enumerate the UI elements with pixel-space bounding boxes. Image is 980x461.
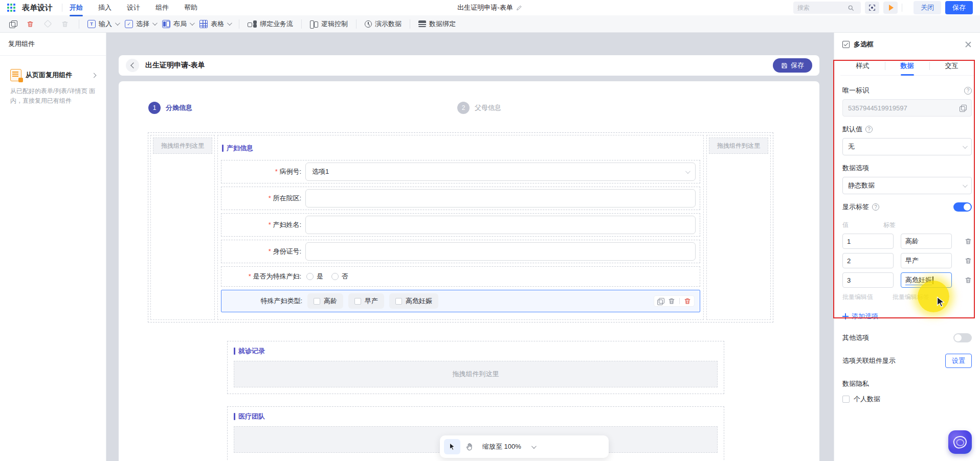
- delete-button[interactable]: [25, 18, 36, 30]
- chevron-down-icon[interactable]: [531, 444, 537, 449]
- hand-tool-icon[interactable]: [465, 443, 474, 451]
- search-box[interactable]: [793, 2, 861, 14]
- personal-data-row: 个人数据: [842, 395, 972, 404]
- personal-data-checkbox[interactable]: [842, 396, 850, 403]
- delete-option-button[interactable]: [965, 238, 972, 245]
- option-value-input[interactable]: 2: [842, 253, 894, 268]
- right-drop-column[interactable]: 拖拽组件到这里: [706, 135, 771, 320]
- data-option-select[interactable]: 静态数据: [842, 177, 972, 194]
- default-value-row: 默认值 ?: [842, 125, 972, 134]
- chip-premature[interactable]: 早产: [348, 293, 384, 309]
- scan-button[interactable]: [865, 2, 879, 14]
- tool-select[interactable]: ✓选择: [125, 19, 156, 29]
- option-value-input[interactable]: 1: [842, 234, 894, 249]
- option-label-input-editing[interactable]: 高危妊娠: [901, 272, 952, 288]
- field-row-special-type-selected[interactable]: 特殊产妇类型: 高龄 早产 高危妊娠: [221, 290, 700, 312]
- option-label-input[interactable]: 高龄: [901, 234, 952, 249]
- other-option-toggle[interactable]: [953, 333, 972, 342]
- close-icon[interactable]: [965, 41, 972, 48]
- radio-no[interactable]: [331, 273, 339, 280]
- search-input[interactable]: [797, 4, 844, 11]
- chip-high-risk[interactable]: 高危妊娠: [389, 293, 438, 309]
- batch-edit-values-link[interactable]: 批量编辑值: [842, 293, 873, 302]
- name-input[interactable]: [305, 216, 696, 234]
- tab-data[interactable]: 数据: [885, 56, 929, 75]
- form-save-button[interactable]: 保存: [773, 58, 812, 73]
- step-2[interactable]: 2 父母信息: [457, 102, 501, 114]
- chip-advanced-age[interactable]: 高龄: [307, 293, 343, 309]
- option-label-input[interactable]: 早产: [901, 253, 952, 268]
- divider: [902, 4, 902, 12]
- step-indicator: 1 分娩信息 2 父母信息: [119, 102, 819, 117]
- reuse-from-page-card[interactable]: 从页面复用组件 从已配好的表单/列表/详情页 面内，直接复用已有组件: [5, 63, 101, 112]
- zoom-level-label[interactable]: 缩放至 100%: [482, 442, 521, 451]
- tab-style[interactable]: 样式: [840, 56, 885, 75]
- eraser-button[interactable]: [42, 18, 53, 30]
- tool-input[interactable]: T输入: [87, 19, 119, 29]
- search-icon[interactable]: [848, 5, 854, 11]
- reuse-from-page-row[interactable]: 从页面复用组件: [10, 69, 96, 81]
- tool-bind-flow[interactable]: 绑定业务流: [248, 19, 293, 29]
- checkbox-icon[interactable]: [314, 298, 320, 305]
- tool-data-bind[interactable]: 数据绑定: [418, 19, 456, 29]
- tab-interaction[interactable]: 交互: [929, 56, 974, 75]
- checkbox-icon[interactable]: [354, 298, 361, 305]
- topbar-actions: 关闭 保存: [793, 1, 973, 14]
- help-icon[interactable]: ?: [964, 87, 972, 95]
- clear-button[interactable]: [59, 18, 71, 30]
- campus-input[interactable]: [305, 189, 696, 208]
- other-option-row: 其他选项: [842, 333, 972, 342]
- ai-assistant-button[interactable]: [948, 430, 972, 454]
- logic-icon: [310, 20, 318, 28]
- show-label-toggle[interactable]: [953, 202, 972, 212]
- play-icon: [889, 5, 894, 11]
- field-row-name[interactable]: 产妇姓名:: [221, 213, 700, 237]
- close-button[interactable]: 关闭: [914, 1, 941, 14]
- save-button[interactable]: 保存: [945, 1, 973, 14]
- batch-edit-labels-link[interactable]: 批量编辑标签: [893, 293, 929, 302]
- tool-demo-data[interactable]: 演示数据: [365, 19, 402, 29]
- case-no-select[interactable]: 选项1: [305, 163, 696, 181]
- edit-pencil-icon[interactable]: [516, 5, 523, 11]
- trash-red-icon[interactable]: [684, 297, 691, 305]
- checkbox-icon[interactable]: [395, 298, 402, 305]
- back-button[interactable]: [126, 59, 139, 72]
- trash-icon: [965, 238, 972, 245]
- delete-option-button[interactable]: [965, 257, 972, 264]
- help-icon[interactable]: ?: [872, 203, 879, 211]
- default-value-select[interactable]: 无: [842, 138, 972, 155]
- tool-logic[interactable]: 逻辑控制: [310, 19, 348, 29]
- field-row-case-no[interactable]: 病例号: 选项1: [221, 160, 700, 183]
- copy-icon[interactable]: [960, 105, 966, 111]
- show-label-row: 显示标签 ?: [842, 202, 972, 212]
- preview-button[interactable]: [883, 2, 898, 14]
- field-row-campus[interactable]: 所在院区:: [221, 187, 700, 210]
- document-icon: [10, 69, 21, 81]
- app-grid-icon[interactable]: [7, 4, 16, 12]
- tool-layout[interactable]: 布局: [162, 19, 193, 29]
- copy-button[interactable]: [7, 18, 18, 30]
- field-row-id-no[interactable]: 身份证号:: [221, 240, 700, 263]
- cursor-tool-button[interactable]: [444, 439, 460, 454]
- menu-design[interactable]: 设计: [127, 0, 140, 15]
- tool-table[interactable]: 表格: [199, 19, 231, 29]
- add-option-button[interactable]: 添加选项: [842, 312, 972, 321]
- section-bar: [234, 348, 235, 355]
- trash-icon[interactable]: [668, 297, 675, 305]
- duplicate-icon[interactable]: [657, 298, 664, 305]
- step-1[interactable]: 1 分娩信息: [148, 102, 192, 114]
- id-no-input[interactable]: [305, 242, 696, 261]
- menu-insert[interactable]: 插入: [98, 0, 112, 15]
- menu-start[interactable]: 开始: [70, 0, 83, 15]
- menu-help[interactable]: 帮助: [184, 0, 197, 15]
- section-visit-records[interactable]: 就诊记录 拖拽组件到这里: [227, 341, 724, 394]
- chevron-down-icon: [115, 20, 120, 26]
- option-value-input[interactable]: 3: [842, 272, 894, 288]
- delete-option-button[interactable]: [965, 276, 972, 284]
- menu-component[interactable]: 组件: [155, 0, 169, 15]
- help-icon[interactable]: ?: [865, 126, 873, 133]
- settings-button[interactable]: 设置: [945, 354, 972, 368]
- radio-yes[interactable]: [306, 273, 314, 280]
- left-drop-column[interactable]: 拖拽组件到这里: [150, 135, 215, 320]
- field-row-special[interactable]: 是否为特殊产妇: 是 否: [221, 266, 700, 287]
